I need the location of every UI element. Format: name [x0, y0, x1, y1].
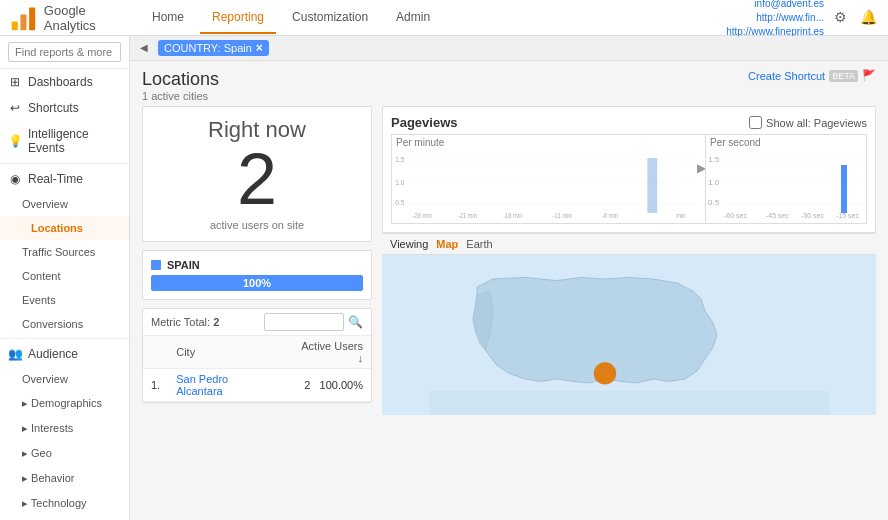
main-content: ◀ COUNTRY: Spain × Locations 1 active ci…	[130, 36, 888, 520]
tab-earth[interactable]: Earth	[466, 238, 492, 250]
create-shortcut-button[interactable]: Create Shortcut BETA 🚩	[748, 69, 876, 82]
sidebar-label-content: Content	[22, 270, 61, 282]
tab-map[interactable]: Map	[436, 238, 458, 250]
right-panel: Pageviews Show all: Pageviews Per minute	[382, 106, 876, 415]
sidebar-item-technology[interactable]: ▸ Technology	[0, 491, 129, 516]
audience-icon: 👥	[8, 347, 22, 361]
filter-tag-country: COUNTRY: Spain ×	[158, 40, 269, 56]
table-row: 1. San Pedro Alcantara 2 100.00%	[143, 369, 371, 402]
right-now-sublabel: active users on site	[153, 219, 361, 231]
sidebar-item-realtime[interactable]: ◉ Real-Time	[0, 166, 129, 192]
svg-text:1.5: 1.5	[395, 154, 404, 164]
sidebar-search-container	[0, 36, 129, 69]
shortcut-label: Create Shortcut	[748, 70, 825, 82]
country-dot-indicator	[151, 260, 161, 270]
sidebar-item-dashboards[interactable]: ⊞ Dashboards	[0, 69, 129, 95]
viewing-label: Viewing	[390, 238, 428, 250]
svg-rect-22	[841, 165, 847, 213]
dashboard-icon: ⊞	[8, 75, 22, 89]
sidebar-label-overview: Overview	[22, 198, 68, 210]
right-now-box: Right now 2 active users on site	[142, 106, 372, 242]
per-minute-svg: 1.5 1.0 0.5 -28 min	[392, 150, 705, 220]
filter-bar: ◀ COUNTRY: Spain ×	[130, 36, 888, 61]
sidebar-label-demographics: ▸ Demographics	[22, 397, 102, 410]
show-all-checkbox[interactable]	[749, 116, 762, 129]
country-bar: SPAIN 100%	[142, 250, 372, 300]
realtime-icon: ◉	[8, 172, 22, 186]
google-analytics-logo-icon	[10, 4, 38, 32]
svg-rect-0	[12, 21, 18, 30]
col-header-users[interactable]: Active Users ↓	[285, 336, 371, 369]
chart-title: Pageviews	[391, 115, 458, 130]
charts-row: Per minute 1.5 1.0 0.5	[391, 134, 867, 224]
metric-search-input[interactable]	[264, 313, 344, 331]
sidebar-item-events[interactable]: Events	[0, 288, 129, 312]
sidebar-label-shortcuts: Shortcuts	[28, 101, 79, 115]
sidebar-item-interests[interactable]: ▸ Interests	[0, 416, 129, 441]
search-input[interactable]	[8, 42, 121, 62]
sidebar-label-traffic: Traffic Sources	[22, 246, 95, 258]
data-table: City Active Users ↓ 1. San Pedro Alcanta…	[143, 336, 371, 402]
collapse-sidebar-button[interactable]: ◀	[140, 42, 152, 54]
sidebar-label-dashboards: Dashboards	[28, 75, 93, 89]
account-info: info@advent.es http://www.fin... http://…	[726, 0, 824, 39]
settings-icon[interactable]: ⚙	[834, 9, 852, 27]
svg-text:1.0: 1.0	[708, 178, 720, 187]
sidebar-section: ⊞ Dashboards ↩ Shortcuts 💡 Intelligence …	[0, 69, 129, 520]
sidebar-item-geo[interactable]: ▸ Geo	[0, 441, 129, 466]
account-email: info@advent.es	[726, 0, 824, 11]
metric-table: Metric Total: 2 🔍	[142, 308, 372, 403]
filter-tag-label: COUNTRY: Spain	[164, 42, 252, 54]
sidebar-item-audience[interactable]: 👥 Audience	[0, 341, 129, 367]
shortcuts-icon: ↩	[8, 101, 22, 115]
col-header-city[interactable]: City	[168, 336, 285, 369]
nav-admin[interactable]: Admin	[384, 2, 442, 34]
row-city[interactable]: San Pedro Alcantara	[168, 369, 285, 402]
row-num: 1.	[143, 369, 168, 402]
svg-rect-9	[647, 158, 657, 213]
sidebar-item-aud-overview[interactable]: Overview	[0, 367, 129, 391]
sidebar-label-aud-overview: Overview	[22, 373, 68, 385]
nav-customization[interactable]: Customization	[280, 2, 380, 34]
sidebar-item-behavior[interactable]: ▸ Behavior	[0, 466, 129, 491]
per-second-chart: Per second 1.5 1.0 0.5 -60 sec	[706, 135, 866, 223]
top-right-info: info@advent.es http://www.fin... http://…	[726, 0, 878, 39]
divider1	[0, 163, 129, 164]
svg-text:-28 min: -28 min	[413, 211, 433, 219]
location-dot	[594, 362, 616, 384]
sidebar-item-demographics[interactable]: ▸ Demographics	[0, 391, 129, 416]
country-name: SPAIN	[167, 259, 200, 271]
svg-text:1.5: 1.5	[708, 155, 720, 164]
divider2	[0, 338, 129, 339]
left-panel: Right now 2 active users on site SPAIN 1…	[142, 106, 372, 415]
sidebar-label-events: Events	[22, 294, 56, 306]
nav-reporting[interactable]: Reporting	[200, 2, 276, 34]
logo-text: Google Analytics	[44, 3, 140, 33]
top-icons: ⚙ 🔔	[834, 9, 878, 27]
sidebar-item-overview[interactable]: Overview	[0, 192, 129, 216]
notification-icon[interactable]: 🔔	[860, 9, 878, 27]
nav-home[interactable]: Home	[140, 2, 196, 34]
metric-table-header: Metric Total: 2 🔍	[143, 309, 371, 336]
svg-text:0.5: 0.5	[708, 198, 720, 207]
sidebar-item-intelligence[interactable]: 💡 Intelligence Events	[0, 121, 129, 161]
sidebar-item-locations[interactable]: Locations	[0, 216, 129, 240]
sidebar-item-traffic[interactable]: Traffic Sources	[0, 240, 129, 264]
filter-tag-close-button[interactable]: ×	[256, 42, 263, 54]
sidebar: ⊞ Dashboards ↩ Shortcuts 💡 Intelligence …	[0, 36, 130, 520]
map-svg	[382, 255, 876, 415]
sidebar-item-mobile[interactable]: ▸ Mobile	[0, 516, 129, 520]
content-area: Right now 2 active users on site SPAIN 1…	[130, 106, 888, 423]
layout: ⊞ Dashboards ↩ Shortcuts 💡 Intelligence …	[0, 36, 888, 520]
main-nav: Home Reporting Customization Admin	[140, 2, 726, 34]
sidebar-item-conversions[interactable]: Conversions	[0, 312, 129, 336]
metric-search-icon[interactable]: 🔍	[348, 315, 363, 329]
sidebar-item-content[interactable]: Content	[0, 264, 129, 288]
svg-rect-1	[20, 14, 26, 30]
chart-section: Pageviews Show all: Pageviews Per minute	[382, 106, 876, 233]
sidebar-item-shortcuts[interactable]: ↩ Shortcuts	[0, 95, 129, 121]
show-all-container: Show all: Pageviews	[749, 116, 867, 129]
svg-text:-6 min: -6 min	[602, 211, 618, 219]
col-header-num	[143, 336, 168, 369]
sidebar-label-behavior: ▸ Behavior	[22, 472, 74, 485]
